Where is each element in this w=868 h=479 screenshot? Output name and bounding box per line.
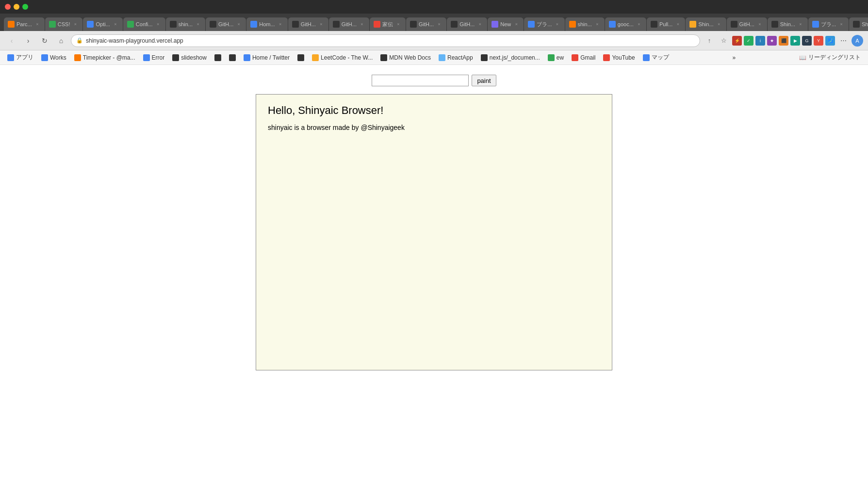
tab-css[interactable]: CSS!× xyxy=(45,17,83,31)
bookmark-maps[interactable]: マップ xyxy=(639,52,672,63)
tab-favicon-pull xyxy=(651,21,657,28)
tab-github4[interactable]: GitH...× xyxy=(329,17,369,31)
bookmarks-more-button[interactable]: » xyxy=(729,53,739,63)
bookmark-mdn[interactable]: MDN Web Docs xyxy=(377,53,434,63)
tab-label-bura: ブラ... xyxy=(537,21,552,28)
tab-github6[interactable]: GitH...× xyxy=(447,17,487,31)
bookmark-leetcode[interactable]: LeetCode - The W... xyxy=(309,53,376,63)
tab-close-opti[interactable]: × xyxy=(112,21,119,28)
extensions-btn[interactable]: ⋯ xyxy=(837,34,850,47)
ext9[interactable]: 🗾 xyxy=(825,36,835,46)
reload-button[interactable]: ↻ xyxy=(38,34,51,48)
tab-shin3[interactable]: Shin...× xyxy=(768,17,808,31)
tab-close-shin[interactable]: × xyxy=(594,21,601,28)
tab-close-parc[interactable]: × xyxy=(34,21,41,28)
bookmark-github-bm3[interactable] xyxy=(294,53,308,63)
tab-github7[interactable]: GitH...× xyxy=(727,17,767,31)
traffic-light-close[interactable] xyxy=(5,4,11,10)
bookmark-favicon-error xyxy=(143,54,150,61)
tab-favicon-github1 xyxy=(170,21,177,28)
tab-close-shin3[interactable]: × xyxy=(797,21,804,28)
tab-close-pull[interactable]: × xyxy=(674,21,681,28)
tab-close-bura[interactable]: × xyxy=(554,21,561,28)
tab-label-gmail: 家伝 xyxy=(382,21,393,28)
bookmark-gmail-bm[interactable]: Gmail xyxy=(568,53,599,63)
tab-label-parc: Parc... xyxy=(16,21,32,27)
share-button[interactable]: ↑ xyxy=(703,34,716,47)
ext2[interactable]: ✓ xyxy=(744,36,753,46)
bookmark-works[interactable]: Works xyxy=(38,53,70,63)
tab-bura2[interactable]: ブラ...× xyxy=(808,17,849,31)
tab-close-github6[interactable]: × xyxy=(476,21,483,28)
tab-close-new[interactable]: × xyxy=(513,21,520,28)
address-text: shinyaic-wasm-playground.vercel.app xyxy=(86,37,183,44)
bookmark-error[interactable]: Error xyxy=(140,53,168,63)
bookmark-github-bm2[interactable] xyxy=(226,53,239,63)
tab-bura[interactable]: ブラ...× xyxy=(524,17,564,31)
ext4[interactable]: ★ xyxy=(767,36,777,46)
tab-close-github2[interactable]: × xyxy=(235,21,242,28)
traffic-light-minimize[interactable] xyxy=(14,4,19,10)
back-button[interactable]: ‹ xyxy=(5,34,18,48)
tab-github2[interactable]: GitH...× xyxy=(206,17,246,31)
ext1[interactable]: ⚡ xyxy=(732,36,742,46)
home-button[interactable]: ⌂ xyxy=(54,34,68,48)
bookmark-favicon-twitter-bm xyxy=(244,54,250,61)
tab-close-github3[interactable]: × xyxy=(318,21,325,28)
ext8[interactable]: Y xyxy=(814,36,823,46)
bookmark-apps[interactable]: アプリ xyxy=(4,52,37,63)
tab-label-github8: Shin... xyxy=(862,21,868,27)
traffic-light-maximize[interactable] xyxy=(22,4,28,10)
tab-confi[interactable]: Confi...× xyxy=(123,17,165,31)
tab-close-google[interactable]: × xyxy=(636,21,642,28)
ext5[interactable]: ⬛ xyxy=(779,36,788,46)
bookmark-twitter-bm[interactable]: Home / Twitter xyxy=(240,53,293,63)
tab-close-css[interactable]: × xyxy=(72,21,79,28)
reading-list-label: リーディングリスト xyxy=(808,53,861,62)
tab-close-shin2[interactable]: × xyxy=(716,21,722,28)
profile-avatar[interactable]: A xyxy=(852,35,863,47)
tab-github8[interactable]: Shin...× xyxy=(849,17,868,31)
tab-shin2[interactable]: Shin...× xyxy=(686,17,726,31)
bookmark-slideshow[interactable]: slideshow xyxy=(169,53,210,63)
paint-button[interactable]: paint xyxy=(472,75,496,86)
tab-shin[interactable]: shin...× xyxy=(565,17,605,31)
bookmark-nextjs[interactable]: next.js/_documen... xyxy=(477,53,543,63)
ext7[interactable]: G xyxy=(802,36,812,46)
bookmark-github-bm1[interactable] xyxy=(211,53,225,63)
bookmark-timepicker[interactable]: Timepicker - @ma... xyxy=(71,53,139,63)
bookmark-favicon-github-bm3 xyxy=(297,54,304,61)
tab-pull[interactable]: Pull...× xyxy=(647,17,686,31)
tab-github5[interactable]: GitH...× xyxy=(406,17,446,31)
bookmark-youtube[interactable]: YouTube xyxy=(600,53,638,63)
bookmark-ew[interactable]: ew xyxy=(544,53,567,63)
tab-close-twitter[interactable]: × xyxy=(277,21,284,28)
bookmark-favicon-github-bm2 xyxy=(229,54,236,61)
tab-close-github1[interactable]: × xyxy=(195,21,201,28)
tab-new[interactable]: New× xyxy=(488,17,524,31)
reading-list-button[interactable]: 📖 リーディングリスト xyxy=(796,52,864,63)
tab-google[interactable]: gooc...× xyxy=(605,17,646,31)
tab-close-gmail[interactable]: × xyxy=(395,21,402,28)
tab-twitter[interactable]: Hom...× xyxy=(246,17,287,31)
tab-close-github4[interactable]: × xyxy=(359,21,365,28)
tab-close-confi[interactable]: × xyxy=(155,21,162,28)
bookmark-reactapp[interactable]: ReactApp xyxy=(435,53,476,63)
tab-github3[interactable]: GitH...× xyxy=(288,17,328,31)
tab-opti[interactable]: Opti...× xyxy=(83,17,122,31)
tab-favicon-bura2 xyxy=(812,21,819,28)
tab-github1[interactable]: shin...× xyxy=(166,17,205,31)
tab-label-github4: GitH... xyxy=(342,21,357,27)
address-bar[interactable]: 🔒 shinyaic-wasm-playground.vercel.app xyxy=(71,34,700,47)
tab-parc[interactable]: Parc...× xyxy=(4,17,45,31)
paint-input[interactable] xyxy=(372,75,469,86)
tab-close-github7[interactable]: × xyxy=(756,21,763,28)
tab-close-bura2[interactable]: × xyxy=(838,21,845,28)
tab-gmail[interactable]: 家伝× xyxy=(370,17,406,31)
forward-button[interactable]: › xyxy=(21,34,35,48)
ext3[interactable]: i xyxy=(755,36,765,46)
bookmark-favicon-slideshow xyxy=(172,54,179,61)
ext6[interactable]: ▶ xyxy=(790,36,800,46)
star-button[interactable]: ☆ xyxy=(718,34,730,47)
tab-close-github5[interactable]: × xyxy=(436,21,442,28)
